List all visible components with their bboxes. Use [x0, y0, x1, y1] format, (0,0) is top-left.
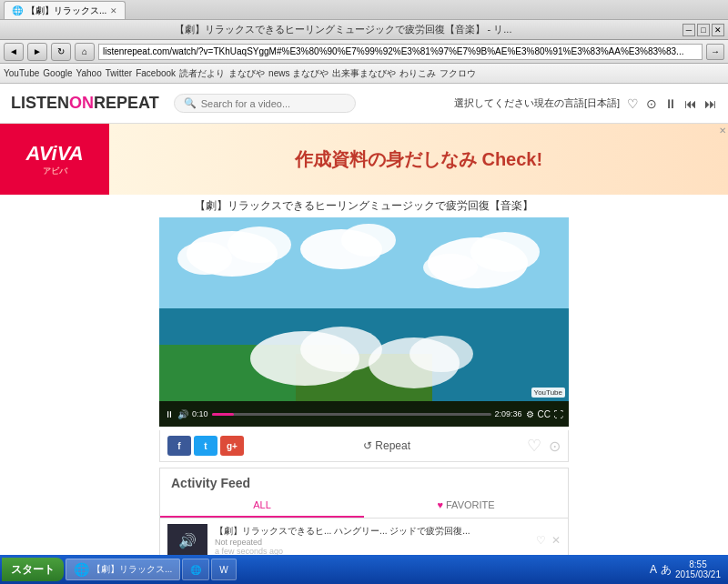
- search-input[interactable]: [201, 98, 338, 109]
- video-section: 【劇】リラックスできるヒーリングミュージックで疲労回復【音楽】: [0, 195, 728, 584]
- back-button[interactable]: ◄: [4, 43, 24, 61]
- site-logo: LISTENONREPEAT: [11, 94, 159, 113]
- systray-lang-a: A: [650, 563, 657, 576]
- activity-item-thumbnail: 🔊: [167, 524, 207, 557]
- current-time: 0:10: [192, 409, 208, 418]
- activity-item-status: Not repeated: [215, 538, 529, 547]
- svg-point-10: [470, 232, 540, 272]
- browser-toolbar: ◄ ► ↻ ⌂ →: [0, 40, 728, 64]
- active-tab[interactable]: 🌐 【劇】リラックス... ✕: [4, 1, 126, 19]
- tab-favorite[interactable]: ♥ FAVORITE: [364, 494, 568, 518]
- favorite-heart-button[interactable]: ♡: [527, 436, 541, 456]
- svg-point-6: [177, 242, 232, 275]
- activity-feed-header: Activity Feed: [160, 468, 568, 494]
- bookmark-google[interactable]: Google: [43, 68, 72, 78]
- progress-bar[interactable]: [212, 413, 491, 416]
- bookmark-8[interactable]: 出来事まなびや: [332, 67, 396, 80]
- activity-item-actions: ♡ ✕: [536, 534, 561, 547]
- header-search-box[interactable]: 🔍: [174, 94, 356, 113]
- activity-item-heart[interactable]: ♡: [536, 534, 546, 547]
- activity-item-title: 【劇】リラックスできるヒ... ハングリー... ジッドで疲労回復...: [215, 525, 529, 538]
- history-button[interactable]: ⊙: [549, 438, 561, 455]
- taskbar-browser-item[interactable]: 🌐 【劇】リラックス...: [66, 559, 180, 580]
- prev-icon[interactable]: ⏮: [684, 96, 697, 111]
- total-time: 2:09:36: [495, 409, 522, 418]
- ad-banner: AViVA アビバ 作成資料の身だしなみ Check! ✕: [0, 124, 728, 195]
- ad-close-icon[interactable]: ✕: [719, 126, 726, 136]
- play-pause-button[interactable]: ⏸: [165, 409, 174, 419]
- bookmark-youtube[interactable]: YouTube: [4, 68, 39, 78]
- ad-logo: AViVA アビバ: [0, 124, 109, 195]
- speaker-icon: 🔊: [178, 532, 197, 549]
- svg-point-5: [228, 227, 291, 263]
- taskbar-browser-label: 【劇】リラックス...: [92, 563, 172, 576]
- settings-icon[interactable]: ⚙: [526, 409, 534, 419]
- search-icon: 🔍: [184, 97, 197, 109]
- logo-listen: LISTEN: [11, 94, 69, 112]
- go-button[interactable]: →: [706, 44, 724, 60]
- bookmark-7[interactable]: news まなびや: [268, 67, 329, 80]
- facebook-button[interactable]: f: [167, 436, 191, 456]
- volume-button[interactable]: 🔊: [177, 409, 188, 419]
- bookmark-twitter[interactable]: Twitter: [106, 68, 132, 78]
- activity-item-info: 【劇】リラックスできるヒ... ハングリー... ジッドで疲労回復... Not…: [215, 525, 529, 556]
- video-right-controls: ⚙ CC ⛶: [526, 409, 563, 419]
- heart-icon[interactable]: ♡: [627, 96, 639, 111]
- ad-text: 作成資料の身だしなみ Check!: [295, 147, 542, 172]
- video-title: 【劇】リラックスできるヒーリングミュージックで疲労回復【音楽】: [11, 198, 717, 214]
- tab-label: 【劇】リラックス...: [26, 5, 106, 17]
- fullscreen-icon[interactable]: ⛶: [554, 409, 563, 419]
- tab-favicon: 🌐: [12, 5, 23, 15]
- taskbar: スタート 🌐 【劇】リラックス... 🌐 W A あ 8:55 2015/03/…: [0, 555, 728, 584]
- youtube-badge: YouTube: [531, 388, 565, 398]
- bookmarks-bar: YouTube Google Yahoo Twitter Facebook 読者…: [0, 64, 728, 84]
- taskbar-date: 2015/03/21: [675, 569, 721, 579]
- history-icon[interactable]: ⊙: [646, 96, 657, 111]
- repeat-label[interactable]: ↺ Repeat: [247, 439, 527, 452]
- tab-close-icon[interactable]: ✕: [110, 6, 117, 15]
- language-selector[interactable]: 選択してください現在の言語[日本語]: [454, 96, 620, 110]
- bookmark-5[interactable]: 読者だより: [179, 67, 225, 80]
- video-player[interactable]: YouTube ⏸ 🔊 0:10 2:09:36 ⚙ CC ⛶: [159, 217, 569, 427]
- bookmark-yahoo[interactable]: Yahoo: [76, 68, 102, 78]
- bookmark-6[interactable]: まなびや: [228, 67, 265, 80]
- taskbar-word-icon: W: [219, 565, 228, 575]
- bookmark-facebook[interactable]: Facebook: [136, 68, 176, 78]
- video-thumbnail: [159, 217, 569, 427]
- minimize-btn[interactable]: ─: [682, 24, 695, 36]
- refresh-button[interactable]: ↻: [51, 43, 71, 61]
- taskbar-clock: 8:55 2015/03/21: [675, 559, 721, 579]
- start-button[interactable]: スタート: [2, 558, 64, 581]
- progress-fill: [212, 413, 235, 416]
- browser-title: 【劇】リラックスできるヒーリングミュージックで疲労回復【音楽】 - リ...: [4, 23, 682, 36]
- svg-point-15: [410, 336, 473, 372]
- aviva-sub: アビバ: [43, 166, 67, 177]
- next-icon[interactable]: ⏭: [704, 96, 717, 111]
- bookmark-10[interactable]: フクロウ: [440, 67, 476, 80]
- twitter-button[interactable]: t: [194, 436, 217, 456]
- logo-on: ON: [69, 94, 94, 112]
- taskbar-word-item[interactable]: W: [211, 559, 236, 580]
- aviva-logo: AViVA: [25, 142, 83, 166]
- home-button[interactable]: ⌂: [75, 43, 95, 61]
- activity-item-close[interactable]: ✕: [551, 534, 561, 547]
- tab-all[interactable]: ALL: [160, 494, 364, 518]
- maximize-btn[interactable]: □: [697, 24, 710, 36]
- forward-button[interactable]: ►: [27, 43, 47, 61]
- bookmark-9[interactable]: わりこみ: [399, 67, 436, 80]
- svg-point-8: [341, 224, 396, 257]
- taskbar-right: A あ 8:55 2015/03/21: [644, 559, 726, 579]
- taskbar-time: 8:55: [675, 559, 721, 569]
- video-controls: ⏸ 🔊 0:10 2:09:36 ⚙ CC ⛶: [159, 401, 569, 427]
- pause-icon[interactable]: ⏸: [664, 96, 677, 111]
- page-content: LISTENONREPEAT 🔍 選択してください現在の言語[日本語] ♡ ⊙ …: [0, 84, 728, 584]
- site-header: LISTENONREPEAT 🔍 選択してください現在の言語[日本語] ♡ ⊙ …: [0, 84, 728, 124]
- ad-content: AViVA アビバ 作成資料の身だしなみ Check!: [0, 124, 728, 195]
- googleplus-button[interactable]: g+: [220, 436, 244, 456]
- address-bar[interactable]: [98, 44, 703, 60]
- taskbar-ie-item[interactable]: 🌐: [182, 559, 209, 580]
- ad-middle: 作成資料の身だしなみ Check!: [109, 124, 728, 195]
- header-right: 選択してください現在の言語[日本語] ♡ ⊙ ⏸ ⏮ ⏭: [454, 96, 717, 111]
- close-btn[interactable]: ✕: [712, 24, 724, 36]
- cc-icon[interactable]: CC: [538, 409, 551, 419]
